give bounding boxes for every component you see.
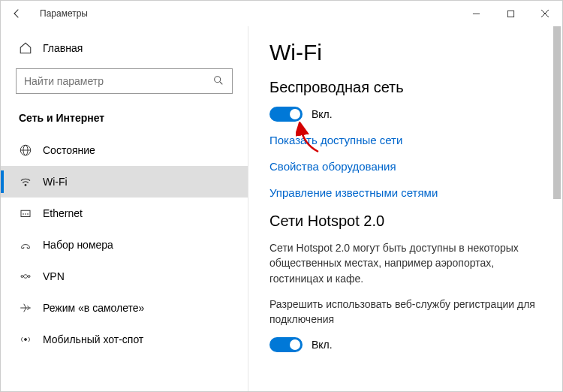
wifi-icon: [19, 175, 32, 188]
sidebar-item-label: Wi-Fi: [43, 176, 68, 188]
close-button[interactable]: [528, 1, 562, 26]
svg-point-4: [215, 76, 221, 82]
wireless-heading: Беспроводная сеть: [269, 79, 541, 96]
vpn-icon: [19, 270, 32, 283]
svg-rect-1: [507, 11, 513, 17]
titlebar: Параметры: [1, 1, 562, 26]
svg-line-5: [220, 82, 222, 84]
maximize-button[interactable]: [493, 1, 528, 26]
sidebar-category: Сеть и Интернет: [1, 107, 248, 134]
svg-point-14: [21, 276, 23, 278]
sidebar-item-airplane[interactable]: Режим «в самолете»: [1, 292, 248, 324]
sidebar-item-status[interactable]: Состояние: [1, 134, 248, 166]
svg-point-15: [28, 276, 30, 278]
sidebar-home-label: Главная: [43, 42, 83, 54]
home-icon: [19, 41, 32, 55]
sidebar-item-label: Набор номера: [43, 239, 113, 251]
sidebar-item-label: VPN: [43, 270, 65, 282]
sidebar: Главная Сеть и Интернет Состояние Wi-Fi …: [1, 26, 248, 392]
sidebar-item-label: Мобильный хот-спот: [43, 333, 143, 345]
hotspot-toggle-row: Вкл.: [269, 337, 541, 352]
sidebar-item-wifi[interactable]: Wi-Fi: [1, 166, 248, 198]
hotspot-toggle[interactable]: [269, 337, 303, 352]
hotspot-allow-text: Разрешить использовать веб-службу регист…: [269, 297, 541, 327]
globe-icon: [19, 143, 32, 157]
svg-point-16: [25, 339, 27, 341]
wireless-toggle-label: Вкл.: [312, 108, 333, 120]
minimize-button[interactable]: [459, 1, 493, 26]
sidebar-item-label: Режим «в самолете»: [43, 302, 144, 314]
svg-point-9: [25, 185, 26, 186]
content-pane: Wi-Fi Беспроводная сеть Вкл. Показать до…: [248, 26, 562, 392]
sidebar-item-vpn[interactable]: VPN: [1, 261, 248, 292]
close-icon: [540, 9, 549, 18]
hotspot-heading: Сети Hotspot 2.0: [269, 213, 541, 230]
link-manage-known-networks[interactable]: Управление известными сетями: [269, 186, 541, 199]
minimize-icon: [472, 10, 480, 18]
sidebar-item-label: Состояние: [43, 144, 95, 156]
back-button[interactable]: [1, 1, 34, 26]
sidebar-item-ethernet[interactable]: Ethernet: [1, 198, 248, 229]
scroll-thumb[interactable]: [553, 26, 561, 199]
sidebar-item-label: Ethernet: [43, 207, 83, 219]
dialup-icon: [19, 238, 32, 252]
search-icon: [212, 74, 224, 89]
search-input-container[interactable]: [16, 68, 233, 94]
hotspot-description: Сети Hotspot 2.0 могут быть доступны в н…: [269, 240, 541, 286]
hotspot-icon: [19, 333, 32, 346]
search-input[interactable]: [24, 75, 212, 87]
sidebar-nav: Состояние Wi-Fi Ethernet Набор номера VP…: [1, 134, 248, 355]
scrollbar[interactable]: [553, 26, 561, 392]
wireless-links: Показать доступные сети Свойства оборудо…: [269, 134, 541, 199]
wireless-toggle-row: Вкл.: [269, 107, 541, 122]
hotspot-toggle-label: Вкл.: [312, 339, 333, 351]
link-hardware-properties[interactable]: Свойства оборудования: [269, 160, 541, 173]
sidebar-home[interactable]: Главная: [1, 34, 248, 68]
arrow-left-icon: [11, 8, 23, 20]
ethernet-icon: [19, 207, 32, 220]
wireless-toggle[interactable]: [269, 107, 303, 122]
maximize-icon: [507, 10, 515, 18]
airplane-icon: [19, 301, 32, 315]
page-title: Wi-Fi: [269, 40, 541, 65]
window-title: Параметры: [34, 8, 88, 19]
sidebar-item-hotspot[interactable]: Мобильный хот-спот: [1, 324, 248, 355]
sidebar-item-dialup[interactable]: Набор номера: [1, 229, 248, 261]
link-show-networks[interactable]: Показать доступные сети: [269, 134, 541, 146]
